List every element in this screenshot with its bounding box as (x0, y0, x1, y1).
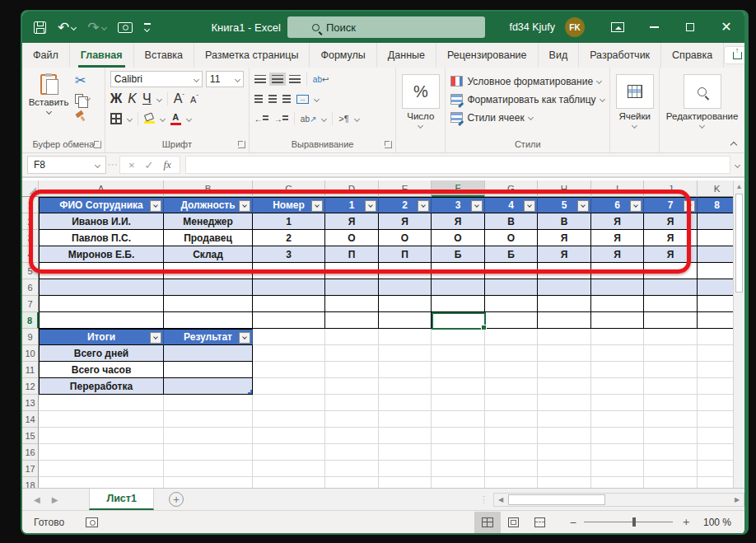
cell-J14[interactable] (644, 411, 698, 428)
cell-J1[interactable]: 7 (644, 197, 698, 213)
scroll-right-icon[interactable]: ▶ (730, 496, 744, 503)
cell-I8[interactable] (591, 312, 644, 329)
font-name-select[interactable]: Calibri (110, 71, 203, 87)
cell-B7[interactable] (164, 296, 253, 312)
cell-F18[interactable] (432, 477, 485, 488)
cell-H10[interactable] (538, 345, 591, 362)
cell-B14[interactable] (164, 411, 253, 428)
cell-A2[interactable]: Иванов И.И. (39, 213, 164, 230)
cell-I1[interactable]: 6 (591, 197, 644, 213)
filter-button-B9[interactable] (239, 332, 250, 344)
cell-I11[interactable] (591, 362, 644, 378)
expand-formula-bar-button[interactable] (735, 161, 740, 167)
cell-G1[interactable]: 4 (485, 197, 538, 213)
cell-C5[interactable] (253, 263, 325, 279)
cell-G6[interactable] (485, 279, 538, 296)
zoom-out-button[interactable]: − (570, 516, 576, 529)
cell-A12[interactable]: Переработка (39, 378, 164, 395)
cell-H8[interactable] (538, 312, 591, 329)
name-box[interactable]: F8 (27, 156, 106, 174)
cell-C14[interactable] (253, 411, 325, 428)
row-header-7[interactable]: 7 (22, 296, 39, 312)
merge-center-button[interactable]: ↔ (296, 95, 309, 104)
cell-H12[interactable] (538, 378, 591, 395)
tab-разработчик[interactable]: Разработчик (579, 43, 661, 68)
row-header-14[interactable]: 14 (22, 411, 39, 428)
column-header-C[interactable]: C (253, 180, 325, 197)
cell-F15[interactable] (432, 428, 485, 444)
row-header-1[interactable]: 1 (22, 197, 39, 213)
increase-font-button[interactable]: Аˆ (174, 91, 184, 106)
format-painter-button[interactable] (75, 110, 90, 124)
cell-E15[interactable] (379, 428, 432, 444)
cell-K5[interactable] (698, 263, 737, 279)
filter-button-H1[interactable] (577, 200, 589, 212)
cell-E16[interactable] (379, 444, 432, 461)
cell-H14[interactable] (538, 411, 591, 428)
row-header-6[interactable]: 6 (22, 279, 39, 296)
cell-B5[interactable] (164, 263, 253, 279)
cancel-button[interactable]: × (128, 159, 135, 171)
cell-G8[interactable] (485, 312, 538, 329)
cell-F3[interactable]: О (432, 230, 485, 246)
cell-K18[interactable] (698, 477, 737, 488)
cell-G11[interactable] (485, 362, 538, 378)
cell-A4[interactable]: Миронов Е.Б. (39, 246, 164, 263)
cell-C3[interactable]: 2 (253, 230, 325, 246)
borders-button[interactable] (110, 113, 122, 124)
cell-H3[interactable]: Я (538, 230, 591, 246)
cell-F14[interactable] (432, 411, 485, 428)
row-header-11[interactable]: 11 (22, 362, 39, 378)
cell-K9[interactable] (698, 329, 737, 345)
cell-B16[interactable] (164, 444, 253, 461)
cell-G14[interactable] (485, 411, 538, 428)
cell-G4[interactable]: Б (485, 246, 538, 263)
cell-D17[interactable] (325, 461, 379, 477)
cell-J7[interactable] (644, 296, 698, 312)
cell-H11[interactable] (538, 362, 591, 378)
row-header-5[interactable]: 5 (22, 263, 39, 279)
cell-K14[interactable] (698, 411, 737, 428)
cell-B15[interactable] (164, 428, 253, 444)
cell-J4[interactable]: Я (644, 246, 698, 263)
cell-A8[interactable] (39, 312, 164, 329)
column-header-A[interactable]: A (39, 180, 164, 197)
cell-D6[interactable] (325, 279, 379, 296)
cell-D7[interactable] (325, 296, 379, 312)
cell-A7[interactable] (39, 296, 164, 312)
column-header-I[interactable]: I (591, 180, 644, 197)
cell-E4[interactable]: П (379, 246, 432, 263)
cell-D8[interactable] (325, 312, 379, 329)
cut-button[interactable]: ✂ (75, 73, 90, 87)
cell-B18[interactable] (164, 477, 253, 488)
cell-F13[interactable] (432, 395, 485, 411)
filter-button-A9[interactable] (150, 332, 161, 344)
editing-button[interactable]: Редактирование (665, 71, 740, 128)
horizontal-scroll-thumb[interactable] (508, 494, 605, 505)
sheet-tab[interactable]: Лист1 (89, 489, 153, 510)
cell-F16[interactable] (432, 444, 485, 461)
vertical-scroll-thumb[interactable] (735, 194, 743, 293)
cell-K15[interactable] (698, 428, 737, 444)
tab-справка[interactable]: Справка (661, 43, 724, 68)
cell-F4[interactable]: Б (432, 246, 485, 263)
cell-B2[interactable]: Менеджер (164, 213, 253, 230)
cell-C4[interactable]: 3 (253, 246, 325, 263)
cell-C15[interactable] (253, 428, 325, 444)
cell-G15[interactable] (485, 428, 538, 444)
cell-F10[interactable] (432, 345, 485, 362)
fill-color-button[interactable] (144, 114, 155, 124)
cell-I18[interactable] (591, 477, 644, 488)
cell-D5[interactable] (325, 263, 379, 279)
cell-B11[interactable] (164, 362, 253, 378)
cell-C9[interactable] (253, 329, 325, 345)
tab-вставка[interactable]: Вставка (134, 43, 194, 68)
cell-C13[interactable] (253, 395, 325, 411)
cell-I6[interactable] (591, 279, 644, 296)
cell-J15[interactable] (644, 428, 698, 444)
cell-B9[interactable]: Результат (164, 329, 253, 345)
row-header-12[interactable]: 12 (22, 378, 39, 395)
cell-K3[interactable] (698, 230, 737, 246)
cell-D14[interactable] (325, 411, 379, 428)
cell-E13[interactable] (379, 395, 432, 411)
